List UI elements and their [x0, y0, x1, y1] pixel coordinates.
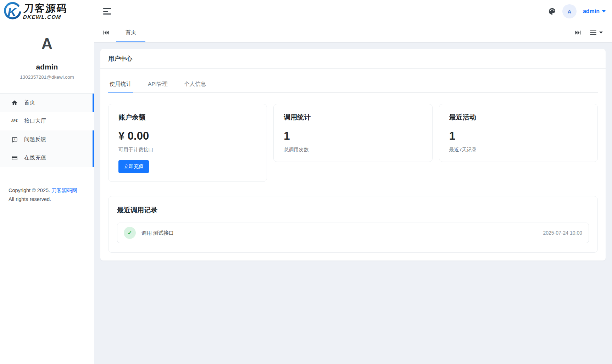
stat-caption: 可用于计费接口 [118, 147, 257, 153]
skip-start-icon [103, 30, 109, 35]
card-title: 用户中心 [108, 55, 598, 63]
page-tabs-bar: 首页 [94, 23, 612, 43]
recent-activity-card: 最近活动 1 最近7天记录 [439, 104, 598, 162]
brand-name-cn: 刀客源码 [23, 4, 68, 13]
sidebar: A admin 1302357281@dkewl.com 首页 API 接口大厅 [0, 23, 94, 364]
api-icon: API [11, 119, 18, 123]
stat-caption: 总调用次数 [284, 147, 422, 153]
sidebar-item-feedback[interactable]: ? 问题反馈 [0, 130, 94, 149]
chevron-down-icon [602, 10, 606, 12]
home-icon [11, 100, 18, 106]
recent-calls-title: 最近调用记录 [117, 206, 589, 215]
stat-title: 账户余额 [118, 113, 257, 122]
stat-title: 调用统计 [284, 113, 422, 122]
tabs-menu-button[interactable] [588, 23, 605, 42]
tabs-scroll-start-button[interactable] [101, 23, 111, 42]
sidebar-item-recharge[interactable]: 在线充值 [0, 149, 94, 167]
sidebar-footer: Copyright © 2025. 刀客源码网 All rights reser… [0, 178, 94, 212]
tab-usage-stats[interactable]: 使用统计 [108, 77, 133, 93]
recharge-icon [11, 155, 18, 161]
chevron-down-icon [599, 32, 603, 34]
brand-logo[interactable]: K 刀客源码 DKEWL.COM [0, 0, 94, 23]
call-record-row: ✓ 调用 测试接口 2025-07-24 10:00 [117, 223, 589, 243]
user-menu-button[interactable]: admin [583, 8, 606, 15]
sidebar-item-label: 接口大厅 [24, 117, 46, 125]
profile-email: 1302357281@dkewl.com [4, 74, 90, 80]
sidebar-menu: 首页 API 接口大厅 ? 问题反馈 [0, 93, 94, 167]
profile-initial: A [4, 35, 90, 54]
record-text: 调用 测试接口 [141, 230, 174, 236]
menu-lines-icon [590, 30, 596, 35]
stat-title: 最近活动 [449, 113, 588, 122]
user-center-card: 用户中心 使用统计 API管理 个人信息 账户余额 ¥ 0.00 [100, 49, 606, 261]
sidebar-item-label: 在线充值 [24, 154, 46, 162]
tabs-scroll-end-button[interactable] [573, 23, 583, 42]
svg-text:K: K [7, 5, 17, 19]
sidebar-item-home[interactable]: 首页 [0, 94, 94, 112]
sidebar-item-api-hall[interactable]: API 接口大厅 [0, 112, 94, 130]
copyright-text: Copyright © 2025. [9, 187, 50, 193]
svg-text:?: ? [14, 138, 16, 141]
record-timestamp: 2025-07-24 10:00 [543, 230, 582, 236]
sidebar-item-label: 问题反馈 [24, 136, 46, 143]
total-calls-value: 1 [284, 130, 422, 142]
username-label: admin [583, 8, 600, 15]
brand-domain: DKEWL.COM [23, 14, 67, 19]
theme-palette-button[interactable] [548, 7, 556, 15]
user-avatar[interactable]: A [562, 4, 577, 18]
footer-brand-link[interactable]: 刀客源码网 [51, 187, 77, 193]
recharge-button[interactable]: 立即充值 [118, 160, 149, 173]
hamburger-icon [103, 8, 111, 15]
palette-icon [548, 7, 556, 15]
profile-username: admin [4, 63, 90, 71]
sidebar-profile: A admin 1302357281@dkewl.com [0, 23, 94, 93]
tab-api-management[interactable]: API管理 [146, 77, 169, 93]
stats-row: 账户余额 ¥ 0.00 可用于计费接口 立即充值 调用统计 1 总调用次数 [108, 104, 598, 182]
recent-calls-card: 最近调用记录 ✓ 调用 测试接口 2025-07-24 10:00 [108, 196, 598, 253]
top-header: K 刀客源码 DKEWL.COM A admin [0, 0, 612, 23]
call-stats-card: 调用统计 1 总调用次数 [273, 104, 432, 162]
sidebar-toggle-button[interactable] [101, 6, 113, 17]
rights-text: All rights reserved. [9, 195, 85, 204]
balance-card: 账户余额 ¥ 0.00 可用于计费接口 立即充值 [108, 104, 267, 182]
recent-activity-value: 1 [449, 130, 588, 142]
tab-personal-info[interactable]: 个人信息 [183, 77, 207, 93]
stat-caption: 最近7天记录 [449, 147, 588, 153]
success-check-icon: ✓ [124, 227, 136, 239]
avatar-initial: A [567, 9, 571, 15]
feedback-icon: ? [11, 136, 18, 143]
app-window: K 刀客源码 DKEWL.COM A admin [0, 0, 612, 364]
page-tab-home[interactable]: 首页 [116, 23, 145, 42]
balance-value: ¥ 0.00 [118, 130, 257, 142]
sidebar-item-label: 首页 [24, 99, 35, 106]
brand-k-icon: K [2, 1, 22, 21]
content-tabs: 使用统计 API管理 个人信息 [108, 77, 598, 93]
main-content: 用户中心 使用统计 API管理 个人信息 账户余额 ¥ 0.00 [94, 43, 612, 364]
skip-end-icon [575, 30, 581, 35]
